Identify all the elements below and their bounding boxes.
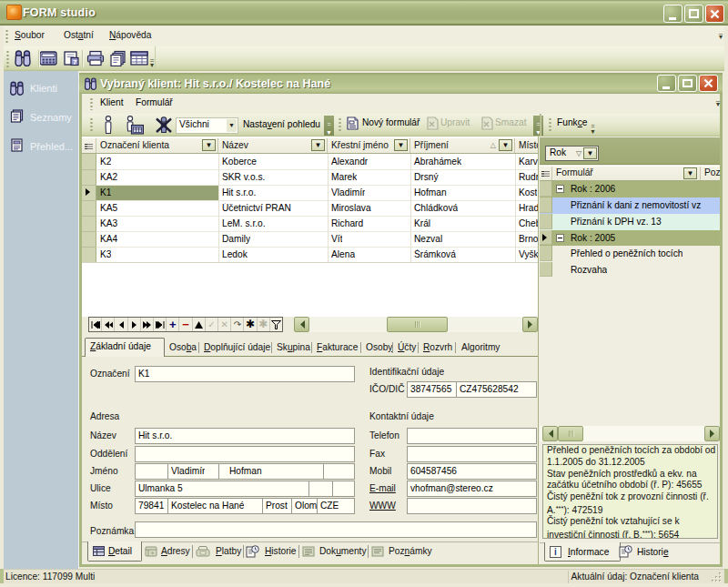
svg-text:7: 7 (73, 58, 77, 66)
